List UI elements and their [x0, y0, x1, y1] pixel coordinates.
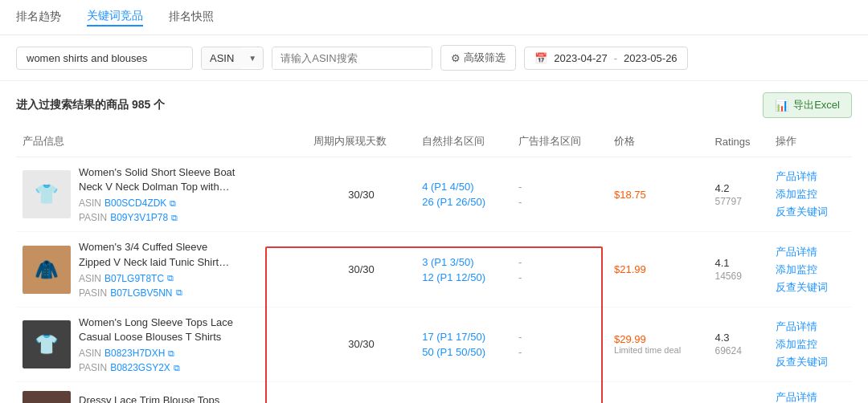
product-name: Women's 3/4 Cuffed Sleeve Zipped V Neck …	[79, 240, 240, 269]
asin-row: ASIN B0823H7DXH ⧉	[79, 348, 240, 359]
product-name: Women's Solid Short Sleeve Boat Neck V N…	[79, 165, 240, 194]
nav-snapshot[interactable]: 排名快照	[169, 10, 214, 26]
asin-label: ASIN	[79, 348, 101, 359]
natural-rank-top[interactable]: 3 (P1 3/50)	[422, 256, 506, 268]
col-price: 价格	[608, 126, 708, 157]
product-info: Dressy Lace Trim Blouse Tops Popular Sho…	[79, 393, 240, 403]
natural-rank-cell: 17 (P1 17/50) 50 (P1 50/50)	[422, 331, 506, 358]
calendar-icon: 📅	[534, 52, 547, 64]
asin-label: ASIN	[79, 273, 101, 284]
pasin-copy-icon[interactable]: ⧉	[171, 213, 178, 223]
natural-rank-bottom[interactable]: 50 (P1 50/50)	[422, 346, 506, 358]
asin-search-input[interactable]	[272, 47, 424, 69]
asin-value[interactable]: B00SCD4ZDK	[104, 197, 166, 209]
natural-rank-top[interactable]: 17 (P1 17/50)	[422, 331, 506, 343]
table-row: 🧥 Women's 3/4 Cuffed Sleeve Zipped V Nec…	[16, 232, 852, 307]
product-info: Women's Solid Short Sleeve Boat Neck V N…	[79, 165, 240, 223]
nav-trend[interactable]: 排名趋势	[16, 10, 61, 26]
natural-rank-cell: 3 (P1 3/50) 12 (P1 12/50)	[422, 256, 506, 283]
col-natural-rank: 自然排名区间	[416, 126, 512, 157]
keyword-input[interactable]	[16, 47, 193, 70]
price-value: $18.75	[614, 189, 702, 201]
product-thumbnail: 👕	[23, 170, 71, 218]
asin-value[interactable]: B0823H7DXH	[104, 348, 165, 359]
ad-rank-bottom: -	[518, 196, 601, 208]
price-note: Limited time deal	[614, 345, 702, 355]
action-link-2[interactable]: 反查关键词	[776, 355, 845, 369]
action-link-0[interactable]: 产品详情	[776, 320, 845, 334]
copy-icon[interactable]: ⧉	[168, 348, 174, 359]
asin-select[interactable]: ASIN ▼	[201, 47, 264, 70]
product-cell: 👕 Women's Long Sleeve Tops Lace Casual L…	[23, 315, 301, 373]
rating-count: 14569	[714, 271, 763, 282]
content-header: 进入过搜索结果的商品 985 个 📊 导出Excel	[0, 81, 868, 126]
natural-rank-bottom[interactable]: 12 (P1 12/50)	[422, 271, 506, 283]
ad-rank-bottom: -	[518, 271, 601, 283]
rating-count: 57797	[714, 196, 763, 207]
action-link-0[interactable]: 产品详情	[776, 169, 845, 184]
rating-count: 69624	[714, 345, 763, 356]
rating-cell: 4.1 14569	[714, 257, 763, 282]
action-cell: 产品详情添加监控反查关键词	[776, 320, 845, 369]
asin-search-button[interactable]: 🔍	[424, 47, 432, 69]
pasin-value[interactable]: B09Y3V1P78	[110, 212, 168, 223]
product-cell: 👗 Dressy Lace Trim Blouse Tops Popular S…	[23, 391, 301, 403]
price-cell: $29.99 Limited time deal	[614, 333, 702, 355]
action-link-2[interactable]: 反查关键词	[776, 205, 845, 219]
table-row: 👕 Women's Solid Short Sleeve Boat Neck V…	[16, 157, 852, 232]
product-name: Women's Long Sleeve Tops Lace Casual Loo…	[79, 315, 240, 344]
product-thumbnail: 👕	[23, 320, 71, 368]
title-suffix: 个	[154, 98, 165, 111]
export-label: 导出Excel	[793, 98, 840, 112]
pasin-copy-icon[interactable]: ⧉	[174, 363, 180, 373]
pasin-row: PASIN B0823GSY2X ⧉	[79, 362, 240, 373]
export-excel-button[interactable]: 📊 导出Excel	[763, 92, 852, 118]
advanced-filter-button[interactable]: ⚙ 高级筛选	[440, 45, 516, 71]
date-separator: -	[614, 52, 617, 64]
product-info: Women's 3/4 Cuffed Sleeve Zipped V Neck …	[79, 240, 240, 298]
action-link-1[interactable]: 添加监控	[776, 263, 845, 277]
asin-value[interactable]: B07LG9T8TC	[104, 273, 164, 284]
action-link-0[interactable]: 产品详情	[776, 245, 845, 259]
col-days: 周期内展现天数	[307, 126, 416, 157]
pasin-label: PASIN	[79, 362, 107, 373]
product-table-wrapper: 产品信息 周期内展现天数 自然排名区间 广告排名区间 价格 Ratings 操作…	[0, 126, 868, 403]
asin-row: ASIN B07LG9T8TC ⧉	[79, 273, 240, 284]
product-cell: 👕 Women's Solid Short Sleeve Boat Neck V…	[23, 165, 301, 223]
natural-rank-top[interactable]: 4 (P1 4/50)	[422, 181, 506, 193]
pasin-copy-icon[interactable]: ⧉	[176, 287, 182, 298]
col-ad-rank: 广告排名区间	[512, 126, 608, 157]
rating-cell: 4.2 57797	[714, 182, 763, 207]
ad-rank-bottom: -	[518, 346, 601, 358]
col-ratings: Ratings	[708, 126, 769, 157]
pasin-row: PASIN B07LGBV5NN ⧉	[79, 287, 240, 299]
action-link-1[interactable]: 添加监控	[776, 337, 845, 352]
date-range-picker[interactable]: 📅 2023-04-27 - 2023-05-26	[524, 47, 687, 70]
copy-icon[interactable]: ⧉	[170, 198, 176, 209]
top-nav: 排名趋势 关键词竞品 排名快照	[0, 0, 868, 35]
date-end: 2023-05-26	[624, 52, 678, 64]
pasin-value[interactable]: B07LGBV5NN	[110, 287, 172, 299]
action-link-0[interactable]: 产品详情	[776, 390, 845, 403]
asin-dropdown-arrow[interactable]: ▼	[242, 49, 263, 67]
ad-rank-top: -	[518, 256, 601, 268]
nav-keyword[interactable]: 关键词竞品	[87, 9, 143, 26]
rating-value: 4.3	[714, 332, 763, 344]
ad-rank-cell: - -	[518, 256, 601, 283]
asin-search-wrapper: 🔍	[272, 47, 432, 70]
ad-rank-top: -	[518, 331, 601, 343]
action-link-2[interactable]: 反查关键词	[776, 280, 845, 295]
ad-rank-cell: - -	[518, 331, 601, 358]
price-value: $29.99	[614, 333, 702, 345]
pasin-row: PASIN B09Y3V1P78 ⧉	[79, 212, 240, 223]
product-info: Women's Long Sleeve Tops Lace Casual Loo…	[79, 315, 240, 373]
product-thumbnail: 👗	[23, 391, 71, 403]
product-name: Dressy Lace Trim Blouse Tops Popular Sho…	[79, 393, 240, 403]
rating-value: 4.1	[714, 257, 763, 269]
pasin-value[interactable]: B0823GSY2X	[110, 362, 170, 373]
search-bar: ASIN ▼ 🔍 ⚙ 高级筛选 📅 2023-04-27 - 2023-05-2…	[0, 35, 868, 81]
copy-icon[interactable]: ⧉	[167, 273, 174, 283]
ad-rank-top: -	[518, 181, 601, 193]
natural-rank-bottom[interactable]: 26 (P1 26/50)	[422, 196, 506, 208]
action-link-1[interactable]: 添加监控	[776, 187, 845, 202]
